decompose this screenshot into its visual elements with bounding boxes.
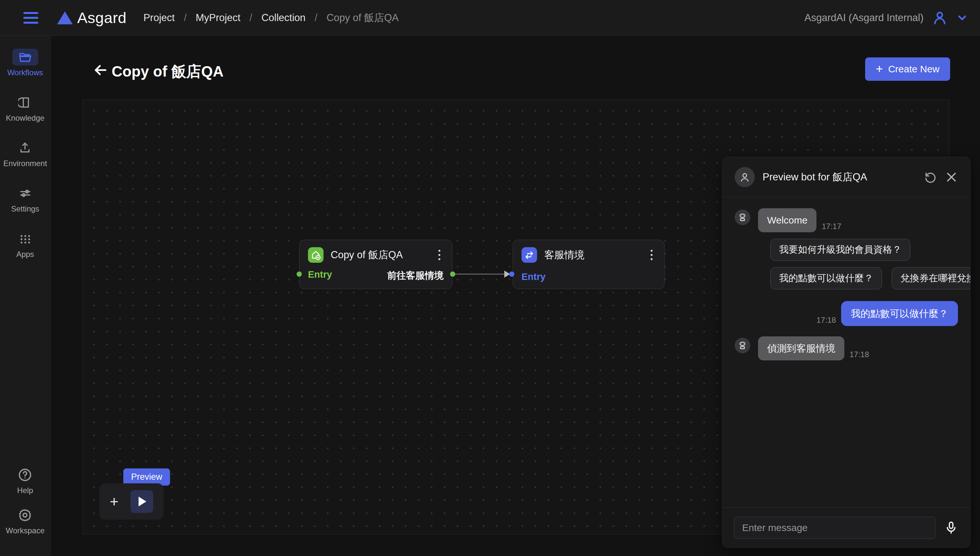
- sidebar-item-label: Settings: [11, 204, 39, 213]
- upload-icon: [12, 139, 38, 156]
- chat-bubble: Welcome: [758, 208, 817, 232]
- sidebar-item-knowledge[interactable]: Knowledge: [6, 94, 44, 123]
- breadcrumb-separator: /: [249, 12, 252, 24]
- breadcrumb-collection[interactable]: Collection: [261, 12, 306, 24]
- node-menu-kebab-icon[interactable]: [435, 248, 443, 262]
- left-sidebar: Workflows Knowledge Environment Settings: [0, 36, 51, 556]
- suggestion-chip[interactable]: 我要如何升級我的會員資格？: [770, 239, 910, 261]
- sidebar-item-settings[interactable]: Settings: [11, 185, 39, 213]
- sidebar-item-environment[interactable]: Environment: [3, 139, 47, 168]
- node-title: 客服情境: [544, 248, 640, 262]
- sidebar-item-label: Apps: [16, 250, 34, 259]
- node-input-port[interactable]: [509, 272, 514, 277]
- play-icon: [139, 497, 146, 506]
- folder-icon: [12, 48, 38, 66]
- canvas-toolbar: +: [99, 483, 163, 520]
- breadcrumb-myproject[interactable]: MyProject: [196, 12, 241, 24]
- chat-message-bot: Welcome 17:17: [735, 208, 958, 232]
- sidebar-item-label: Workflows: [7, 68, 43, 77]
- page-header: Copy of 飯店QA + Create New: [51, 36, 980, 100]
- message-timestamp: 17:18: [817, 316, 836, 325]
- sidebar-item-workflows[interactable]: Workflows: [7, 48, 43, 77]
- node-entry-label: Entry: [308, 269, 332, 282]
- swap-arrows-icon: [521, 247, 537, 263]
- message-timestamp: 17:17: [822, 222, 841, 231]
- sidebar-item-label: Workspace: [6, 526, 45, 535]
- back-arrow-icon[interactable]: [92, 61, 109, 79]
- suggestion-chip[interactable]: 兌換券在哪裡兌換？: [892, 267, 970, 289]
- breadcrumb-project[interactable]: Project: [144, 12, 175, 24]
- breadcrumb-current: Copy of 飯店QA: [327, 11, 398, 25]
- sliders-icon: [12, 185, 38, 202]
- grid-icon: [12, 230, 38, 247]
- sidebar-item-help[interactable]: Help: [12, 467, 38, 495]
- chat-header: Preview bot for 飯店QA: [722, 157, 970, 197]
- chat-title: Preview bot for 飯店QA: [763, 170, 916, 184]
- chat-message-input[interactable]: [734, 517, 935, 539]
- sidebar-item-label: Knowledge: [6, 113, 44, 123]
- close-icon[interactable]: [945, 171, 958, 184]
- help-circle-icon: [12, 467, 38, 483]
- chat-bubble: 我的點數可以做什麼？: [841, 301, 958, 326]
- create-new-button[interactable]: + Create New: [865, 57, 950, 81]
- node-title: Copy of 飯店QA: [331, 248, 428, 262]
- breadcrumb: Project / MyProject / Collection / Copy …: [144, 11, 399, 25]
- robot-avatar-icon: [735, 338, 750, 353]
- add-node-button[interactable]: +: [110, 494, 118, 509]
- chat-bubble: 偵測到客服情境: [758, 336, 844, 360]
- chat-message-bot: 偵測到客服情境 17:18: [735, 336, 958, 360]
- app-window: Asgard Project / MyProject / Collection …: [0, 0, 980, 556]
- restart-chat-icon[interactable]: [923, 170, 937, 184]
- hamburger-menu-icon[interactable]: [23, 12, 38, 24]
- bot-avatar-icon: [735, 167, 755, 187]
- sidebar-item-label: Help: [17, 486, 33, 495]
- node-input-port[interactable]: [297, 272, 302, 277]
- sidebar-item-label: Environment: [3, 159, 47, 168]
- page-title: Copy of 飯店QA: [112, 61, 223, 82]
- breadcrumb-separator: /: [184, 12, 187, 24]
- account-label: AsgardAI (Asgard Internal): [804, 12, 923, 24]
- user-icon[interactable]: [931, 10, 948, 26]
- workflow-edge: [453, 274, 508, 275]
- gear-icon: [12, 507, 38, 524]
- run-preview-button[interactable]: [131, 490, 153, 513]
- sidebar-item-apps[interactable]: Apps: [12, 230, 38, 259]
- book-icon: [12, 94, 38, 111]
- chat-input-bar: [722, 508, 970, 548]
- node-output-label: 前往客服情境: [387, 269, 443, 282]
- brand-name: Asgard: [77, 9, 126, 27]
- preview-chat-panel: Preview bot for 飯店QA: [722, 157, 970, 548]
- breadcrumb-separator: /: [315, 12, 318, 24]
- top-navbar: Asgard Project / MyProject / Collection …: [0, 0, 980, 36]
- robot-avatar-icon: [735, 210, 750, 225]
- house-plus-icon: [308, 247, 323, 263]
- chat-messages: Welcome 17:17 我要如何升級我的會員資格？ 我的點數可以做什麼？ 兌…: [722, 197, 970, 508]
- chat-message-user: 17:18 我的點數可以做什麼？: [735, 301, 958, 326]
- node-entry-label: Entry: [521, 272, 545, 282]
- message-timestamp: 17:18: [849, 350, 869, 359]
- workflow-node-customer-service[interactable]: 客服情境 Entry: [513, 240, 665, 289]
- microphone-icon[interactable]: [944, 520, 959, 535]
- suggestion-chip[interactable]: 我的點數可以做什麼？: [770, 267, 882, 289]
- suggestion-chips: 我要如何升級我的會員資格？ 我的點數可以做什麼？ 兌換券在哪裡兌換？: [770, 239, 958, 289]
- asgard-logo-icon: [57, 11, 73, 24]
- plus-icon: +: [876, 63, 883, 75]
- chevron-down-icon[interactable]: [956, 12, 968, 24]
- node-menu-kebab-icon[interactable]: [647, 248, 656, 262]
- sidebar-item-workspace[interactable]: Workspace: [6, 507, 45, 535]
- workflow-node-copy-of-hotel-qa[interactable]: Copy of 飯店QA Entry 前往客服情境: [299, 240, 452, 289]
